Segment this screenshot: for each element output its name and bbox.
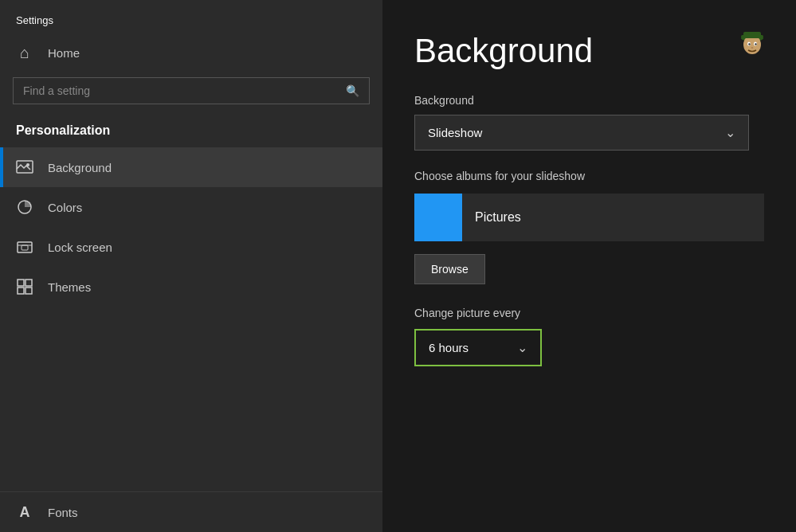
svg-rect-8 — [18, 288, 24, 294]
background-section-label: Background — [414, 94, 764, 107]
home-label: Home — [48, 46, 80, 60]
sidebar-item-colors[interactable]: Colors — [0, 187, 382, 227]
svg-rect-9 — [25, 288, 32, 294]
svg-point-1 — [26, 163, 29, 166]
svg-rect-7 — [25, 280, 32, 286]
svg-rect-18 — [741, 35, 763, 38]
svg-point-15 — [748, 43, 750, 45]
sidebar-item-fonts[interactable]: A Fonts — [0, 492, 382, 532]
sidebar-item-background[interactable]: Background — [0, 147, 382, 187]
album-item[interactable]: Pictures — [414, 194, 764, 241]
album-name: Pictures — [462, 210, 521, 225]
avatar — [732, 24, 772, 64]
background-nav-icon — [16, 158, 33, 176]
sidebar-item-home[interactable]: ⌂ Home — [0, 34, 382, 71]
sidebar-item-lock-screen[interactable]: Lock screen — [0, 227, 382, 267]
sidebar-item-lock-screen-label: Lock screen — [48, 241, 112, 254]
search-bar: 🔍 — [13, 77, 370, 104]
hours-value: 6 hours — [429, 341, 469, 354]
avatar-image — [732, 24, 772, 64]
choose-albums-label: Choose albums for your slideshow — [414, 170, 764, 182]
themes-nav-icon — [16, 278, 33, 295]
chevron-down-icon: ⌄ — [725, 125, 735, 140]
background-dropdown[interactable]: Slideshow ⌄ — [414, 115, 749, 151]
hours-dropdown[interactable]: 6 hours ⌄ — [414, 329, 542, 366]
svg-rect-3 — [18, 242, 32, 252]
main-content: Background Background Slideshow ⌄ Choose… — [382, 0, 796, 532]
sidebar-item-fonts-label: Fonts — [48, 506, 78, 519]
svg-rect-4 — [22, 245, 28, 250]
sidebar-item-colors-label: Colors — [48, 201, 82, 214]
sidebar-item-themes[interactable]: Themes — [0, 267, 382, 307]
sidebar: Settings ⌂ Home 🔍 Personalization Backgr… — [0, 0, 382, 532]
search-input[interactable] — [14, 78, 336, 104]
home-icon: ⌂ — [16, 44, 33, 61]
album-thumbnail — [414, 194, 462, 241]
search-button[interactable]: 🔍 — [336, 78, 369, 104]
hours-chevron-icon: ⌄ — [517, 340, 527, 355]
svg-point-16 — [755, 43, 756, 45]
lock-screen-nav-icon — [16, 238, 33, 256]
sidebar-item-background-label: Background — [48, 161, 112, 174]
fonts-nav-icon: A — [16, 503, 33, 521]
app-title: Settings — [0, 0, 382, 34]
personalization-label: Personalization — [0, 117, 382, 147]
page-title: Background — [414, 32, 764, 70]
colors-nav-icon — [16, 198, 33, 216]
browse-button[interactable]: Browse — [414, 254, 485, 284]
change-picture-label: Change picture every — [414, 307, 764, 319]
sidebar-bottom: A Fonts — [0, 491, 382, 532]
background-dropdown-value: Slideshow — [428, 126, 482, 139]
svg-rect-6 — [18, 280, 24, 286]
sidebar-item-themes-label: Themes — [48, 280, 91, 294]
svg-point-17 — [751, 47, 754, 49]
